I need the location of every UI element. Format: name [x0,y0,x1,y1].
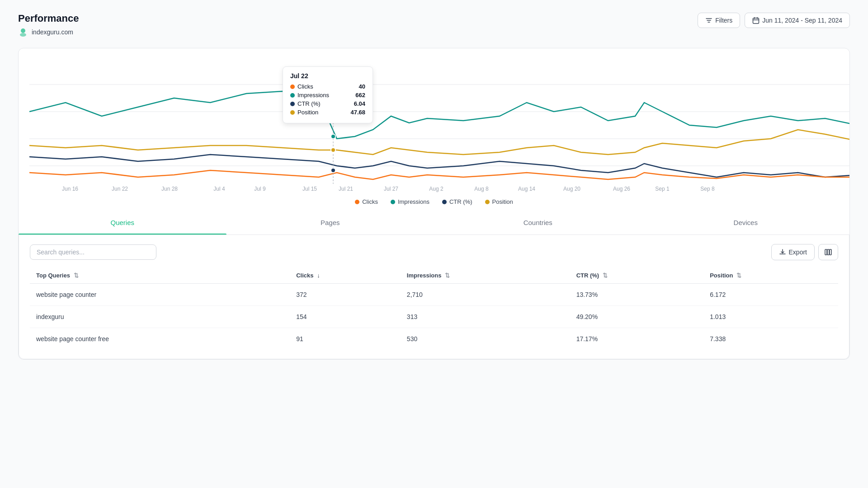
svg-text:Jul 4: Jul 4 [213,186,225,192]
col-header-clicks[interactable]: Clicks ↓ [290,267,401,284]
legend-ctr-label: CTR (%) [449,198,472,205]
sort-icon-query: ⇅ [74,272,79,279]
svg-rect-2 [753,18,759,23]
svg-text:Aug 26: Aug 26 [613,186,630,192]
table-row: website page counter 372 2,710 13.73% 6.… [30,284,838,306]
svg-text:Aug 2: Aug 2 [429,186,443,192]
tabs-bar: Queries Pages Countries Devices [19,211,849,235]
legend-impressions-dot [391,200,395,204]
legend-position-label: Position [492,198,513,205]
sort-icon-ctr: ⇅ [603,272,608,279]
svg-text:Aug 8: Aug 8 [474,186,489,192]
site-icon [18,27,28,37]
date-range-button[interactable]: Jun 11, 2024 - Sep 11, 2024 [745,13,850,28]
svg-text:Aug 14: Aug 14 [518,186,535,192]
export-label: Export [789,249,807,256]
tooltip-date: Jul 22 [290,72,365,80]
cell-query: website page counter free [30,328,290,350]
cell-clicks: 372 [290,284,401,306]
tab-devices[interactable]: Devices [642,211,850,235]
legend-impressions-label: Impressions [398,198,429,205]
tooltip-position-value: 47.68 [350,109,365,116]
tab-countries[interactable]: Countries [434,211,642,235]
table-row: website page counter free 91 530 17.17% … [30,328,838,350]
svg-rect-26 [825,249,827,255]
tooltip-ctr-label: CTR (%) [297,100,321,107]
cell-ctr: 17.17% [570,328,704,350]
svg-text:Jun 16: Jun 16 [62,186,78,192]
cell-position: 6.172 [703,284,838,306]
tab-pages[interactable]: Pages [226,211,434,235]
tooltip-position-dot [290,110,295,115]
cell-ctr: 13.73% [570,284,704,306]
cell-clicks: 154 [290,306,401,328]
search-input[interactable] [30,244,156,260]
tab-queries[interactable]: Queries [19,211,226,235]
svg-text:Jun 22: Jun 22 [112,186,128,192]
col-header-query[interactable]: Top Queries ⇅ [30,267,290,284]
cell-position: 1.013 [703,306,838,328]
table-section: Export Top Queries [19,235,849,359]
svg-text:Jul 21: Jul 21 [339,186,353,192]
tooltip-impressions-dot [290,93,295,98]
cell-impressions: 2,710 [401,284,570,306]
cell-position: 7.338 [703,328,838,350]
svg-text:Jul 15: Jul 15 [302,186,317,192]
site-name: indexguru.com [32,28,73,36]
col-header-impressions[interactable]: Impressions ⇅ [401,267,570,284]
export-button[interactable]: Export [771,244,815,260]
legend-ctr-dot [442,200,447,204]
page-title: Performance [18,13,79,24]
tooltip-clicks-value: 40 [359,83,365,90]
tooltip-impressions-label: Impressions [297,92,329,99]
table-row: indexguru 154 313 49.20% 1.013 [30,306,838,328]
queries-table: Top Queries ⇅ Clicks ↓ Impressions ⇅ C [30,267,838,350]
svg-rect-27 [827,249,829,255]
cell-clicks: 91 [290,328,401,350]
cell-query: website page counter [30,284,290,306]
svg-rect-28 [830,249,831,255]
sort-icon-impressions: ⇅ [445,272,450,279]
tooltip-ctr-dot [290,102,295,106]
svg-text:Jun 28: Jun 28 [161,186,178,192]
filters-button[interactable]: Filters [698,13,740,28]
chart-tooltip: Jul 22 Clicks 40 Impressions 662 [283,66,373,123]
svg-text:Sep 1: Sep 1 [655,186,670,192]
svg-point-8 [331,134,335,139]
table-toolbar: Export [30,244,838,260]
legend-position-dot [485,200,490,204]
svg-text:Jul 27: Jul 27 [384,186,398,192]
columns-icon [824,248,832,256]
legend-clicks-label: Clicks [362,198,378,205]
svg-text:Sep 8: Sep 8 [700,186,715,192]
cell-impressions: 313 [401,306,570,328]
svg-point-10 [331,148,335,152]
svg-point-9 [331,168,335,173]
cell-ctr: 49.20% [570,306,704,328]
sort-icon-clicks: ↓ [317,272,320,279]
col-header-ctr[interactable]: CTR (%) ⇅ [570,267,704,284]
cell-query: indexguru [30,306,290,328]
col-header-position[interactable]: Position ⇅ [703,267,838,284]
performance-chart: Jun 16 Jun 22 Jun 28 Jul 4 Jul 9 Jul 15 … [29,57,839,193]
svg-point-0 [21,28,25,33]
tooltip-clicks-label: Clicks [297,83,313,90]
columns-button[interactable] [818,244,838,260]
tooltip-clicks-dot [290,84,295,89]
tooltip-impressions-value: 662 [355,92,365,99]
filter-icon [705,17,712,24]
svg-point-1 [20,33,26,37]
svg-text:Aug 20: Aug 20 [563,186,580,192]
download-icon [779,249,786,256]
chart-legend: Clicks Impressions CTR (%) Position [29,198,839,207]
svg-text:Jul 9: Jul 9 [254,186,266,192]
legend-clicks-dot [355,200,359,204]
tooltip-ctr-value: 6.04 [354,100,365,107]
calendar-icon [752,17,760,24]
cell-impressions: 530 [401,328,570,350]
sort-icon-position: ⇅ [736,272,741,279]
tooltip-position-label: Position [297,109,318,116]
